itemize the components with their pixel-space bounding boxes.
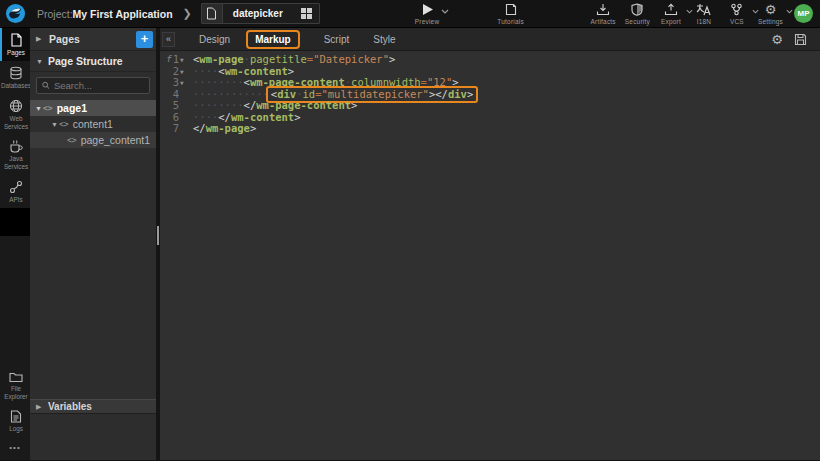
- sidebar-item-logs[interactable]: Logs: [0, 405, 30, 437]
- resize-handle[interactable]: [157, 226, 159, 245]
- sidebar-separator: [0, 208, 30, 236]
- artifacts-label: Artifacts: [591, 18, 616, 25]
- markup-editor: « Design Markup Script Style ⚙ f1▼2▼3▼45…: [160, 28, 820, 460]
- tree-item-page-content1[interactable]: <> page_content1: [30, 132, 156, 148]
- main-area: Pages Databases Web Services Java Serv: [0, 28, 820, 460]
- file-tab-datepicker[interactable]: datepicker: [201, 3, 320, 24]
- tab-markup[interactable]: Markup: [246, 30, 300, 49]
- artifacts-download-icon: [596, 3, 610, 16]
- export-button[interactable]: Export: [656, 1, 686, 26]
- logs-label: Logs: [9, 425, 23, 433]
- settings-caret-icon[interactable]: [786, 9, 793, 14]
- code-token-punc: >: [288, 65, 294, 77]
- pages-label: Pages: [7, 49, 25, 57]
- more-options-icon[interactable]: •••: [0, 437, 30, 460]
- coffee-cup-icon: [9, 139, 23, 153]
- code-editor[interactable]: f1▼2▼3▼4567 <wm-page·pagetitle="Datepick…: [160, 51, 820, 460]
- editor-tab-actions: ⚙: [771, 33, 807, 46]
- code-token-punc: </: [244, 99, 257, 111]
- collapse-panel-button[interactable]: «: [162, 32, 175, 47]
- topbar-tools: Artifacts Security Export I18N: [588, 1, 786, 26]
- logs-icon: [10, 410, 22, 423]
- panel-resize-divider[interactable]: [156, 28, 160, 460]
- breadcrumb-chevron-icon: ❯: [183, 7, 192, 20]
- code-line: </wm-page>: [193, 123, 478, 135]
- i18n-button[interactable]: I18N: [689, 1, 719, 26]
- preview-caret-icon[interactable]: [441, 9, 449, 14]
- sidebar-item-databases[interactable]: Databases: [0, 61, 30, 94]
- security-button[interactable]: Security: [622, 1, 653, 26]
- pages-panel-header[interactable]: ▶ Pages +: [30, 28, 156, 51]
- code-token-tag: wm-content: [231, 111, 294, 123]
- folder-icon: [9, 371, 23, 383]
- fold-marker-icon[interactable]: ▼: [180, 77, 187, 89]
- fold-marker-icon[interactable]: ▼: [180, 54, 187, 66]
- code-token-attr: id: [302, 88, 315, 100]
- wavemaker-logo-icon[interactable]: [5, 3, 26, 24]
- code-token-punc: >: [351, 99, 357, 111]
- tab-style[interactable]: Style: [373, 34, 395, 45]
- export-upload-icon: [664, 3, 678, 16]
- code-token-ws: ····: [193, 65, 218, 77]
- pages-collapse-triangle-icon[interactable]: ▶: [36, 35, 44, 43]
- gutter-line[interactable]: 3▼: [160, 77, 187, 89]
- web-services-label: Web Services: [2, 115, 30, 131]
- tab-design[interactable]: Design: [199, 34, 230, 45]
- gutter-line[interactable]: f1▼: [160, 54, 187, 66]
- code-token-punc: >: [250, 122, 256, 134]
- variables-header[interactable]: ▶ Variables: [30, 399, 156, 414]
- save-icon[interactable]: [794, 33, 807, 46]
- sidebar-item-web-services[interactable]: Web Services: [0, 94, 30, 135]
- panel-bottom-space: [30, 414, 156, 460]
- structure-expand-triangle-icon[interactable]: ▼: [36, 58, 44, 65]
- code-token-punc: </: [193, 122, 206, 134]
- fold-marker-icon[interactable]: ▼: [180, 66, 187, 78]
- content1-label: content1: [73, 118, 113, 130]
- sidebar-item-pages[interactable]: Pages: [0, 28, 30, 61]
- project-title: Project:My First Application: [37, 8, 173, 20]
- file-explorer-label: File Explorer: [2, 385, 30, 401]
- preview-button[interactable]: Preview: [412, 1, 443, 26]
- sidebar-item-file-explorer[interactable]: File Explorer: [0, 366, 30, 405]
- content1-expand-icon[interactable]: ▼: [51, 121, 59, 128]
- databases-label: Databases: [1, 82, 31, 90]
- sidebar-item-apis[interactable]: APIs: [0, 175, 30, 208]
- code-token-str: "Datepicker": [313, 53, 389, 65]
- vcs-branch-icon: [730, 3, 743, 16]
- avatar[interactable]: MP: [794, 4, 813, 23]
- grid-icon[interactable]: [295, 8, 319, 19]
- page-content1-widget-icon: <>: [67, 136, 77, 145]
- code-token-str: "multidatepicker": [321, 88, 428, 100]
- tree-item-content1[interactable]: ▼ <> content1: [30, 116, 156, 132]
- search-box[interactable]: [36, 77, 150, 94]
- code-token-tag: wm-page: [206, 122, 250, 134]
- gutter-line[interactable]: 7: [160, 123, 187, 135]
- line-number: 1: [173, 54, 179, 66]
- top-bar: Project:My First Application ❯ datepicke…: [0, 0, 820, 28]
- tab-script[interactable]: Script: [324, 34, 350, 45]
- code-token-ws: ········: [193, 76, 244, 88]
- preview-label: Preview: [415, 18, 440, 25]
- tutorials-button[interactable]: Tutorials: [494, 1, 526, 26]
- code-token-tag: wm-content: [225, 65, 288, 77]
- page1-expand-icon[interactable]: ▼: [35, 105, 43, 112]
- editor-settings-gear-icon[interactable]: ⚙: [771, 33, 783, 46]
- code-token-punc: >: [294, 111, 300, 123]
- sidebar-item-java-services[interactable]: Java Services: [0, 134, 30, 175]
- settings-gear-icon: ⚙: [765, 3, 777, 16]
- page-structure-header[interactable]: ▼ Page Structure: [30, 51, 156, 72]
- code-token-punc: </: [218, 111, 231, 123]
- vcs-button[interactable]: VCS: [722, 1, 752, 26]
- play-icon: [421, 3, 434, 16]
- code-token-tag: div: [277, 88, 296, 100]
- editor-tab-bar: « Design Markup Script Style ⚙: [160, 28, 820, 51]
- page-structure-tree: ▼ <> page1 ▼ <> content1 <> page_content…: [30, 100, 156, 148]
- artifacts-button[interactable]: Artifacts: [588, 1, 619, 26]
- settings-button[interactable]: ⚙ Settings: [755, 1, 786, 26]
- variables-collapse-triangle-icon[interactable]: ▶: [36, 403, 44, 411]
- add-page-button[interactable]: +: [136, 31, 153, 48]
- gutter-line[interactable]: 5: [160, 100, 187, 112]
- page1-widget-icon: <>: [43, 104, 53, 113]
- tree-item-page1[interactable]: ▼ <> page1: [30, 100, 156, 116]
- search-input[interactable]: [54, 80, 144, 91]
